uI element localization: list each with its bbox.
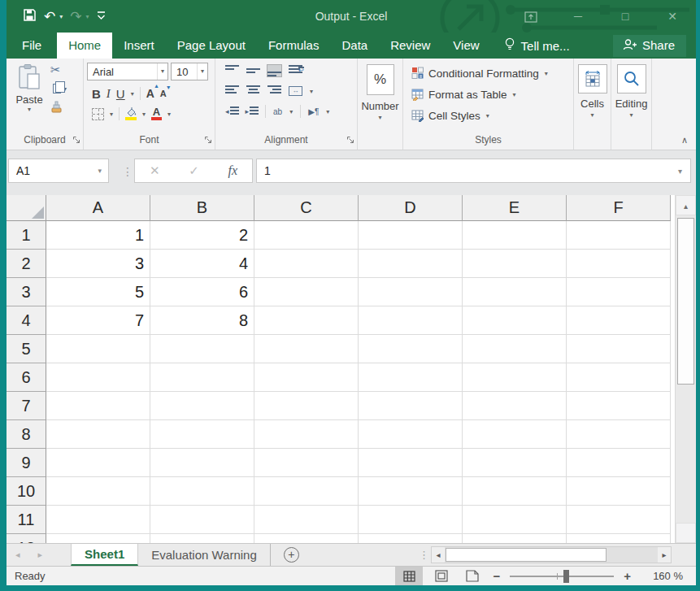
cell-C2[interactable] bbox=[254, 250, 359, 278]
cell-B6[interactable] bbox=[150, 363, 254, 392]
cell-A4[interactable]: 7 bbox=[46, 306, 150, 335]
row-header-1[interactable]: 1 bbox=[7, 221, 46, 250]
save-icon[interactable] bbox=[23, 8, 37, 25]
row-header-11[interactable]: 11 bbox=[7, 506, 46, 534]
editing-group-button-label[interactable]: Editing bbox=[615, 98, 648, 110]
minimize-button[interactable]: ─ bbox=[554, 10, 602, 23]
tab-home[interactable]: Home bbox=[57, 33, 112, 59]
column-header-C[interactable]: C bbox=[254, 195, 359, 221]
cell-B4[interactable]: 8 bbox=[150, 306, 254, 335]
share-button[interactable]: Share bbox=[613, 35, 686, 57]
cell-F5[interactable] bbox=[567, 335, 671, 363]
cell-D1[interactable] bbox=[359, 221, 463, 250]
cell-A6[interactable] bbox=[46, 363, 150, 392]
cell-C10[interactable] bbox=[254, 477, 359, 506]
normal-view-button[interactable] bbox=[395, 567, 423, 585]
bold-button[interactable]: B bbox=[92, 88, 101, 100]
number-dropdown-icon[interactable]: ▾ bbox=[361, 114, 399, 121]
zoom-slider[interactable] bbox=[510, 576, 614, 577]
underline-button[interactable]: U bbox=[116, 88, 125, 100]
middle-align-button[interactable] bbox=[246, 65, 260, 76]
cell-F4[interactable] bbox=[567, 306, 671, 335]
cell-E1[interactable] bbox=[463, 221, 567, 250]
row-header-8[interactable]: 8 bbox=[7, 420, 46, 449]
cell-D11[interactable] bbox=[359, 506, 463, 534]
cell-D4[interactable] bbox=[359, 306, 463, 335]
scroll-up-icon[interactable]: ▴ bbox=[676, 195, 696, 215]
text-direction-dropdown-icon[interactable]: ▾ bbox=[326, 108, 329, 115]
enter-icon[interactable]: ✓ bbox=[189, 163, 199, 178]
cancel-icon[interactable]: ✕ bbox=[150, 163, 160, 178]
row-header-12[interactable]: 12 bbox=[7, 534, 46, 543]
cell-E8[interactable] bbox=[463, 420, 567, 449]
cut-button[interactable]: ✂ bbox=[50, 63, 67, 76]
cell-F10[interactable] bbox=[567, 477, 671, 506]
column-header-F[interactable]: F bbox=[567, 195, 671, 221]
cell-C11[interactable] bbox=[254, 506, 359, 534]
cell-B7[interactable] bbox=[150, 392, 254, 420]
italic-button[interactable]: I bbox=[107, 88, 111, 100]
horizontal-scrollbar-track[interactable] bbox=[445, 547, 658, 563]
cell-B9[interactable] bbox=[150, 449, 254, 477]
cell-F7[interactable] bbox=[567, 392, 671, 420]
row-header-3[interactable]: 3 bbox=[7, 278, 46, 306]
cell-A7[interactable] bbox=[46, 392, 150, 420]
name-box-dropdown-icon[interactable]: ▾ bbox=[98, 167, 108, 175]
insert-function-icon[interactable]: fx bbox=[228, 163, 238, 178]
clipboard-dialog-launcher-icon[interactable] bbox=[72, 135, 80, 146]
top-align-button[interactable] bbox=[225, 65, 239, 76]
orientation-dropdown-icon[interactable]: ▾ bbox=[289, 108, 293, 115]
cell-C6[interactable] bbox=[254, 363, 359, 392]
cell-E7[interactable] bbox=[463, 392, 567, 420]
cell-F9[interactable] bbox=[567, 449, 671, 477]
undo-dropdown-icon[interactable]: ▾ bbox=[59, 13, 63, 20]
customize-qat-icon[interactable] bbox=[97, 9, 106, 24]
page-break-preview-button[interactable] bbox=[459, 567, 486, 585]
fill-color-dropdown-icon[interactable]: ▾ bbox=[142, 111, 146, 118]
cell-styles-dropdown-icon[interactable]: ▾ bbox=[486, 112, 489, 120]
wrap-text-button[interactable]: ↩ bbox=[289, 65, 302, 76]
cell-B11[interactable] bbox=[150, 506, 254, 534]
cell-B1[interactable]: 2 bbox=[150, 221, 254, 250]
cell-C4[interactable] bbox=[254, 306, 359, 335]
align-center-button[interactable] bbox=[246, 85, 260, 97]
cell-C9[interactable] bbox=[254, 449, 359, 477]
formula-bar-drag-dots-icon[interactable]: ⋮ bbox=[122, 165, 133, 178]
cell-B12[interactable] bbox=[150, 534, 254, 543]
cell-A10[interactable] bbox=[46, 477, 150, 506]
tab-data[interactable]: Data bbox=[330, 33, 379, 59]
borders-dropdown-icon[interactable]: ▾ bbox=[110, 111, 113, 118]
cell-D9[interactable] bbox=[359, 449, 463, 477]
format-as-table-dropdown-icon[interactable]: ▾ bbox=[513, 91, 516, 98]
undo-icon[interactable]: ↶ bbox=[44, 10, 55, 24]
cell-C5[interactable] bbox=[254, 335, 359, 363]
cell-E5[interactable] bbox=[463, 335, 567, 363]
cell-E4[interactable] bbox=[463, 306, 567, 335]
tab-insert[interactable]: Insert bbox=[112, 33, 166, 59]
cell-E10[interactable] bbox=[463, 477, 567, 506]
row-header-7[interactable]: 7 bbox=[7, 392, 46, 420]
column-header-A[interactable]: A bbox=[46, 195, 150, 221]
cell-B2[interactable]: 4 bbox=[150, 250, 254, 278]
cell-F12[interactable] bbox=[567, 534, 671, 543]
cell-F2[interactable] bbox=[567, 250, 671, 278]
font-size-combo[interactable]: 10▾ bbox=[171, 63, 208, 80]
formula-bar-input[interactable]: 1 ▾ bbox=[256, 159, 691, 183]
tab-file[interactable]: File bbox=[7, 33, 57, 59]
alignment-dialog-launcher-icon[interactable] bbox=[346, 135, 354, 146]
cell-C1[interactable] bbox=[254, 221, 359, 250]
select-all-corner[interactable] bbox=[7, 195, 46, 221]
cell-A5[interactable] bbox=[46, 335, 150, 363]
cell-E12[interactable] bbox=[463, 534, 567, 543]
decrease-font-size-button[interactable]: A▼ bbox=[160, 89, 167, 98]
cell-F6[interactable] bbox=[567, 363, 671, 392]
tell-me-box[interactable]: Tell me... bbox=[504, 33, 570, 59]
cell-styles-button[interactable]: Cell Styles ▾ bbox=[407, 105, 570, 126]
format-painter-button[interactable] bbox=[50, 101, 67, 114]
editing-dropdown-icon[interactable]: ▾ bbox=[615, 111, 648, 119]
column-header-E[interactable]: E bbox=[463, 195, 567, 221]
cell-D10[interactable] bbox=[359, 477, 463, 506]
vertical-scrollbar-thumb[interactable] bbox=[677, 218, 694, 385]
conditional-formatting-dropdown-icon[interactable]: ▾ bbox=[545, 70, 548, 77]
cell-A8[interactable] bbox=[46, 420, 150, 449]
